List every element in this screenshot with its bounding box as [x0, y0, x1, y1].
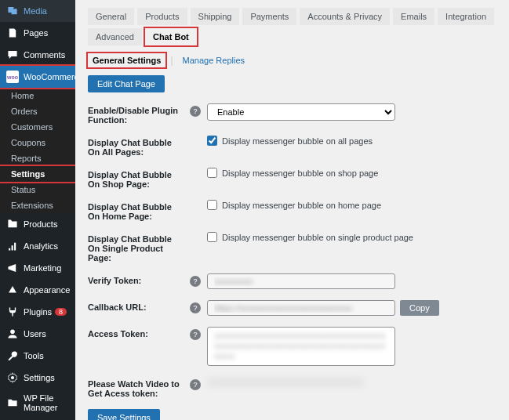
help-icon[interactable]: ? — [190, 329, 201, 340]
sidebar-item-marketing[interactable]: Marketing — [0, 257, 75, 279]
woocommerce-icon: woo — [6, 71, 19, 83]
callback-label: Callback URL: — [88, 300, 190, 312]
plugins-icon — [6, 306, 19, 318]
comments-icon — [6, 49, 19, 61]
tab-emails[interactable]: Emails — [393, 8, 434, 25]
media-icon — [6, 5, 19, 17]
label: Appearance — [24, 285, 70, 295]
video-label: Please Watch Video to Get Acess token: — [88, 377, 190, 398]
video-link[interactable] — [207, 377, 364, 388]
tab-accounts[interactable]: Accounts & Privacy — [300, 8, 390, 25]
label: WooCommerce — [24, 72, 75, 81]
sidebar-item-tools[interactable]: Tools — [0, 345, 75, 367]
home-checkbox[interactable] — [207, 200, 217, 210]
tab-payments[interactable]: Payments — [242, 8, 296, 25]
single-checkbox[interactable] — [207, 232, 217, 242]
label: Media — [24, 6, 47, 16]
help-icon[interactable]: ? — [190, 379, 201, 390]
verify-token-input[interactable] — [207, 273, 395, 289]
all-pages-label: Display Chat Bubble On All Pages: — [88, 136, 190, 157]
sidebar-item-pages[interactable]: Pages — [0, 22, 75, 44]
sidebar-item-woocommerce[interactable]: woo WooCommerce — [0, 66, 75, 88]
copy-button[interactable]: Copy — [400, 300, 439, 316]
sidebar-item-comments[interactable]: Comments — [0, 44, 75, 66]
save-settings-button[interactable]: Save Settings — [88, 409, 160, 420]
svg-point-0 — [10, 329, 15, 334]
shop-checkbox-label[interactable]: Display messenger bubble on shop page — [207, 168, 378, 178]
help-icon[interactable]: ? — [190, 106, 201, 117]
sidebar-item-users[interactable]: Users — [0, 323, 75, 345]
sidebar-item-phpmyadmin[interactable]: WP-phpMyAdmin — [0, 417, 75, 420]
products-icon — [6, 218, 19, 230]
enable-label: Enable/Disable Plugin Function: — [88, 103, 190, 125]
tab-shipping[interactable]: Shipping — [191, 8, 240, 25]
label: Marketing — [24, 263, 61, 273]
help-icon[interactable]: ? — [190, 276, 201, 287]
subtab-general-settings[interactable]: General Settings — [88, 53, 165, 67]
label: Tools — [24, 351, 44, 360]
sidebar-item-settings[interactable]: Settings — [0, 367, 75, 389]
tab-chatbot[interactable]: Chat Bot — [145, 28, 197, 45]
subtab-manage-replies[interactable]: Manage Replies — [178, 53, 250, 67]
file-manager-icon — [6, 396, 19, 409]
users-icon — [6, 328, 19, 340]
label: Comments — [24, 50, 65, 60]
label: Settings — [24, 373, 55, 382]
sidebar-item-media[interactable]: Media — [0, 0, 75, 22]
shop-label: Display Chat Bubble On Shop Page: — [88, 168, 190, 189]
gear-icon — [6, 371, 19, 384]
svg-point-1 — [11, 376, 14, 379]
help-icon[interactable]: ? — [190, 302, 201, 313]
appearance-icon — [6, 284, 19, 296]
tab-integration[interactable]: Integration — [438, 8, 494, 25]
all-pages-checkbox-label[interactable]: Display messenger bubble on all pages — [207, 136, 373, 146]
label: WP File Manager — [24, 393, 69, 412]
single-label: Display Chat Bubble On Single Product Pa… — [88, 232, 190, 262]
all-pages-checkbox[interactable] — [207, 136, 217, 146]
sidebar-sub-extensions[interactable]: Extensions — [0, 197, 75, 213]
tab-general[interactable]: General — [88, 8, 134, 25]
shop-checkbox[interactable] — [207, 168, 217, 178]
label: Products — [24, 219, 57, 229]
sidebar-sub-customers[interactable]: Customers — [0, 119, 75, 135]
plugins-badge: 8 — [55, 308, 67, 316]
sidebar-item-plugins[interactable]: Plugins 8 — [0, 301, 75, 323]
analytics-icon — [6, 240, 19, 252]
home-checkbox-label[interactable]: Display messenger bubble on home page — [207, 200, 381, 210]
enable-select[interactable]: Enable — [207, 103, 395, 121]
access-label: Access Token: — [88, 327, 190, 339]
main-content: General Products Shipping Payments Accou… — [75, 0, 509, 420]
sidebar-sub-reports[interactable]: Reports — [0, 150, 75, 166]
tab-products[interactable]: Products — [137, 8, 187, 25]
pages-icon — [6, 27, 19, 39]
single-checkbox-label[interactable]: Display messenger bubble on single produ… — [207, 232, 413, 242]
sidebar-sub-home[interactable]: Home — [0, 88, 75, 103]
sidebar-item-wpfilemanager[interactable]: WP File Manager — [0, 389, 75, 417]
sidebar-sub-coupons[interactable]: Coupons — [0, 135, 75, 150]
sidebar-sub-status[interactable]: Status — [0, 182, 75, 197]
label: Pages — [24, 28, 48, 38]
settings-tabs: General Products Shipping Payments Accou… — [88, 8, 496, 45]
sub-tabs: General Settings | Manage Replies — [88, 53, 496, 67]
callback-url-input[interactable] — [207, 300, 395, 316]
access-token-textarea[interactable]: xxxxxxxxxxxxxxxxxxxxxxxxxxxxxxxxxxxxxxxx… — [207, 327, 395, 366]
sidebar-item-analytics[interactable]: Analytics — [0, 235, 75, 257]
label: Users — [24, 329, 46, 339]
verify-label: Verify Token: — [88, 273, 190, 285]
sidebar-sub-orders[interactable]: Orders — [0, 103, 75, 119]
admin-sidebar: Media Pages Comments woo WooCommerce Hom… — [0, 0, 75, 420]
home-label: Display Chat Bubble On Home Page: — [88, 200, 190, 221]
tools-icon — [6, 349, 19, 362]
label: Analytics — [24, 241, 58, 251]
sidebar-item-products[interactable]: Products — [0, 213, 75, 235]
marketing-icon — [6, 262, 19, 274]
sidebar-sub-settings[interactable]: Settings — [0, 166, 75, 182]
label: Plugins — [24, 307, 52, 317]
sidebar-item-appearance[interactable]: Appearance — [0, 279, 75, 301]
edit-chat-page-button[interactable]: Edit Chat Page — [88, 75, 165, 92]
tab-advanced[interactable]: Advanced — [88, 28, 142, 45]
